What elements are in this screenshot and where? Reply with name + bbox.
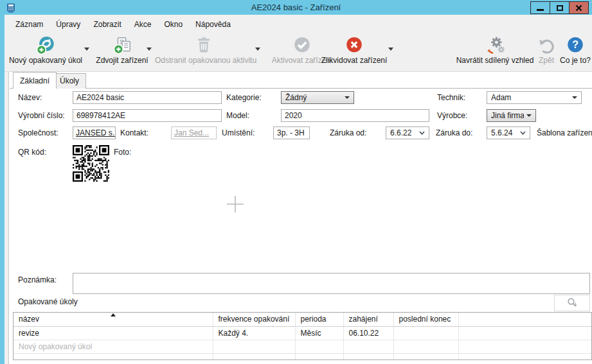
model-label: Model: (226, 111, 249, 120)
undo-icon (537, 36, 556, 55)
column-header-frekvence[interactable]: frekvence opakování (213, 313, 295, 326)
maximize-button[interactable] (550, 1, 570, 14)
tasks-search-button[interactable] (554, 295, 590, 311)
restore-shared-layout-button[interactable]: Navrátit sdílený vzhled (455, 35, 535, 71)
model-input[interactable] (281, 109, 429, 122)
kontakt-value: Jan Sed... (174, 128, 209, 137)
repeat-plus-icon (36, 36, 55, 55)
column-header-posledni-konec[interactable]: poslední konec (393, 313, 458, 326)
new-recurring-task-dropdown-arrow[interactable] (84, 48, 89, 51)
cell-zahajeni[interactable]: 06.10.22 (343, 326, 393, 340)
spolecnost-label: Společnost: (18, 128, 58, 137)
column-header-empty (458, 313, 592, 326)
poznamka-textarea[interactable] (73, 273, 590, 294)
poznamka-label: Poznámka: (18, 275, 57, 284)
nazev-label: Název: (18, 93, 42, 102)
close-icon (575, 4, 582, 12)
spolecnost-link[interactable]: JANSED s.... (73, 126, 116, 139)
close-button[interactable] (569, 1, 589, 14)
menu-zobrazit[interactable]: Zobrazit (87, 17, 127, 31)
zaruka-od-date-combo[interactable]: 6.6.22 (386, 126, 429, 139)
qr-label: QR kód: (18, 148, 46, 157)
check-circle-icon (292, 36, 312, 55)
vyrobce-dropdown[interactable]: Jiná firma (487, 109, 536, 122)
toolbar-button-label: Co je to? (558, 56, 592, 65)
kategorie-dropdown[interactable]: Žádný (281, 91, 354, 104)
technik-label: Technik: (437, 93, 465, 102)
zaruka-od-label: Záruka od: (330, 128, 366, 137)
table-row[interactable]: revize Každý 4. Měsíc 06.10.22 (13, 326, 592, 340)
vyrobni-cislo-label: Výrobní číslo: (18, 111, 65, 120)
kontakt-link[interactable]: Jan Sed... (171, 126, 217, 139)
tab-label: Základní (20, 76, 49, 85)
trash-icon (194, 36, 213, 55)
toolbar: Nový opakovaný úkol Zdvojit zařízení O (4, 33, 592, 72)
column-header-zahajeni[interactable]: zahájení (343, 313, 393, 326)
umisteni-input[interactable] (273, 126, 310, 139)
minimize-button[interactable] (530, 1, 550, 14)
cell-perioda[interactable]: Měsíc (295, 326, 343, 340)
gears-icon (485, 36, 505, 55)
table-header-row: název frekvence opakování perioda zaháje… (13, 313, 592, 326)
add-photo-plus-icon[interactable] (226, 195, 244, 213)
window-title: AE2024 basic - Zařízení (0, 3, 592, 12)
chevron-down-icon (526, 114, 532, 117)
menu-bar: Záznam Úpravy Zobrazit Akce Okno Nápověd… (4, 15, 592, 33)
undo-button: Zpět (534, 35, 559, 71)
help-icon: ? (566, 36, 585, 55)
zaruka-od-value: 6.6.22 (390, 128, 417, 137)
toolbar-button-label: Zpět (534, 56, 559, 65)
new-recurring-task-button[interactable]: Nový opakovaný úkol (5, 35, 86, 71)
menu-zaznam[interactable]: Záznam (9, 17, 49, 31)
duplicate-plus-icon (112, 36, 132, 55)
column-header-perioda[interactable]: perioda (295, 313, 343, 326)
recurring-tasks-table: název frekvence opakování perioda zaháje… (13, 312, 592, 360)
new-task-row[interactable]: Nový opakovaný úkol (13, 340, 592, 353)
liquidate-device-dropdown-arrow[interactable] (388, 48, 393, 51)
tasks-section-title: Opakované úkoly (18, 297, 78, 306)
chevron-down-icon (345, 96, 350, 99)
menu-napoveda[interactable]: Nápověda (189, 17, 237, 31)
vyrobni-cislo-input[interactable] (73, 109, 222, 122)
chevron-down-icon (419, 131, 425, 135)
search-arrow-icon (566, 297, 579, 309)
kontakt-label: Kontakt: (120, 128, 148, 137)
technik-combo[interactable]: Adam (487, 91, 582, 104)
duplicate-device-dropdown-arrow[interactable] (147, 48, 152, 51)
sort-ascending-icon[interactable] (111, 313, 116, 316)
remove-recurring-activity-dropdown-arrow[interactable] (255, 48, 260, 51)
technik-value: Adam (491, 93, 570, 102)
duplicate-device-button[interactable]: Zdvojit zařízení (92, 35, 152, 71)
chevron-down-icon (572, 96, 577, 99)
maximize-icon (557, 5, 563, 11)
menu-akce[interactable]: Akce (128, 17, 158, 31)
zaruka-do-label: Záruka do: (436, 128, 472, 137)
umisteni-label: Umístění: (222, 128, 255, 137)
toolbar-button-label: Navrátit sdílený vzhled (455, 56, 535, 65)
zaruka-do-date-combo[interactable]: 5.6.24 (487, 126, 530, 139)
nazev-input[interactable] (73, 91, 222, 104)
new-task-placeholder[interactable]: Nový opakovaný úkol (13, 340, 213, 353)
window-border-left (0, 15, 4, 364)
remove-recurring-activity-button: Odstranit opakovanou aktivitu (155, 35, 253, 71)
cell-nazev[interactable]: revize (13, 326, 213, 340)
what-is-this-button[interactable]: ? Co je to? (558, 35, 592, 71)
svg-text:?: ? (572, 39, 579, 50)
liquidate-device-button[interactable]: Zlikvidovat zařízení (315, 35, 393, 71)
toolbar-button-label: Zdvojit zařízení (92, 56, 152, 65)
foto-label: Foto: (114, 148, 131, 157)
app-window: AE2024 basic - Zařízení Záznam Úpravy Zo… (0, 0, 592, 364)
empty-row (13, 353, 592, 360)
x-circle-icon (345, 36, 364, 55)
tab-ukoly[interactable]: Úkoly (53, 73, 86, 89)
cell-posledni-konec[interactable] (393, 326, 458, 340)
toolbar-button-label: Nový opakovaný úkol (5, 56, 86, 65)
title-bar: AE2024 basic - Zařízení (0, 0, 592, 15)
zaruka-do-value: 5.6.24 (491, 128, 518, 137)
vyrobce-value: Jiná firma (491, 111, 524, 120)
menu-okno[interactable]: Okno (157, 17, 189, 31)
minimize-icon (537, 9, 544, 11)
cell-frekvence[interactable]: Každý 4. (213, 326, 295, 340)
tab-zakladni[interactable]: Základní (13, 72, 57, 89)
menu-upravy[interactable]: Úpravy (49, 17, 87, 31)
